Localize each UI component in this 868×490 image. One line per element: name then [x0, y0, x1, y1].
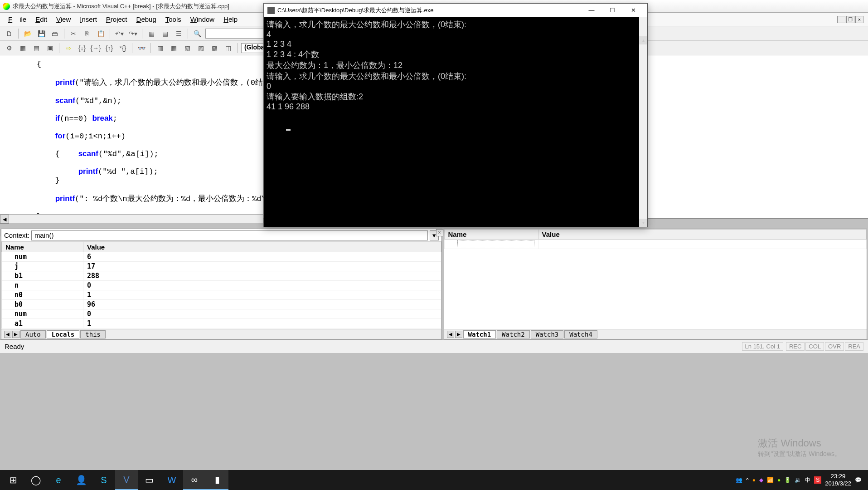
notifications-icon[interactable]: 💬 [855, 477, 862, 483]
tab-watch1[interactable]: Watch1 [463, 330, 496, 338]
output-icon[interactable]: ▤ [160, 28, 170, 39]
taskbar-app-visio[interactable]: V [115, 470, 138, 490]
watch-table[interactable]: NameValue [444, 229, 867, 329]
tab-nav-left-icon[interactable]: ◀ [447, 331, 454, 338]
undo-icon[interactable]: ↶▾ [114, 28, 125, 39]
tray-icon-3[interactable]: ● [777, 477, 781, 483]
ime-indicator[interactable]: 中 [805, 476, 810, 484]
go-icon[interactable]: ⇨ [63, 43, 74, 54]
menu-debug[interactable]: Debug [133, 14, 160, 24]
taskbar-app-console[interactable]: ▮ [206, 470, 228, 490]
menu-file[interactable]: File [5, 14, 30, 24]
scroll-up-icon[interactable]: ▴ [639, 36, 647, 44]
tab-watch4[interactable]: Watch4 [564, 330, 597, 338]
callstack-window-icon[interactable]: ▩ [209, 43, 220, 54]
console-vscroll[interactable]: ▴ ▾ [639, 17, 647, 227]
wifi-icon[interactable]: 📶 [767, 477, 774, 483]
scroll-left-icon[interactable]: ◀ [0, 215, 9, 224]
table-row[interactable]: n0 [2, 281, 441, 290]
context-input[interactable] [31, 230, 428, 240]
taskbar-app-wps[interactable]: W [160, 470, 183, 490]
variables-window-icon[interactable]: ▦ [168, 43, 179, 54]
battery-icon[interactable]: 🔋 [784, 477, 791, 483]
paste-icon[interactable]: 📋 [95, 28, 106, 39]
open-icon[interactable]: 📂 [22, 28, 33, 39]
editor-hscroll[interactable]: ◀ [0, 214, 263, 223]
mdi-minimize-button[interactable]: _ [837, 16, 845, 23]
window-list-icon[interactable]: ☰ [173, 28, 184, 39]
console-titlebar[interactable]: C:\Users\赵茹平\Desktop\Debug\求最大公约数与逆运算.ex… [264, 4, 647, 17]
tab-auto[interactable]: Auto [20, 330, 46, 338]
table-row[interactable]: num6 [2, 252, 441, 262]
table-row[interactable]: a11 [2, 319, 441, 328]
panel-close-icon[interactable]: × [0, 229, 0, 236]
memory-window-icon[interactable]: ▨ [195, 43, 206, 54]
save-all-icon[interactable]: 🗃 [49, 28, 60, 39]
menu-help[interactable]: Help [220, 14, 241, 24]
variables-table[interactable]: NameValue num6j17b1288n0n01b096num0a11 [1, 242, 441, 329]
console-window[interactable]: C:\Users\赵茹平\Desktop\Debug\求最大公约数与逆运算.ex… [263, 3, 648, 227]
table-row[interactable]: j17 [2, 262, 441, 271]
taskbar-app-vc[interactable]: ∞ [183, 470, 206, 490]
compile-icon[interactable]: ⚙ [4, 43, 15, 54]
mdi-restore-button[interactable]: ❐ [846, 16, 854, 23]
people-icon[interactable]: 👥 [736, 477, 742, 483]
disassembly-window-icon[interactable]: ◫ [223, 43, 233, 54]
menu-insert[interactable]: Insert [76, 14, 101, 24]
step-into-icon[interactable]: {↓} [77, 43, 87, 54]
stop-build-icon[interactable]: ▤ [31, 43, 42, 54]
run-to-cursor-icon[interactable]: *{} [117, 43, 128, 54]
cut-icon[interactable]: ✂ [68, 28, 79, 39]
execute-icon[interactable]: ▣ [44, 43, 55, 54]
console-maximize-button[interactable]: ☐ [602, 4, 623, 17]
tab-nav-right-icon[interactable]: ▶ [455, 331, 462, 338]
tab-watch3[interactable]: Watch3 [531, 330, 564, 338]
step-over-icon[interactable]: {→} [90, 43, 101, 54]
find-in-files-icon[interactable]: 🔍 [192, 28, 203, 39]
tab-locals[interactable]: Locals [47, 330, 80, 338]
tab-watch2[interactable]: Watch2 [497, 330, 530, 338]
panel-close-icon[interactable]: × [436, 229, 443, 236]
tray-icon-2[interactable]: ◆ [759, 477, 763, 483]
watch-window-icon[interactable]: ▥ [155, 43, 165, 54]
taskview-icon[interactable]: ▭ [138, 470, 160, 490]
console-minimize-button[interactable]: — [581, 4, 602, 17]
menu-tools[interactable]: Tools [162, 14, 185, 24]
copy-icon[interactable]: ⎘ [82, 28, 92, 39]
taskbar-app-avatar[interactable]: 👤 [70, 470, 92, 490]
tray-icon-1[interactable]: ● [752, 477, 756, 483]
step-out-icon[interactable]: {↑} [104, 43, 115, 54]
table-row[interactable]: n01 [2, 290, 441, 300]
ie-icon[interactable]: e [47, 470, 70, 490]
taskbar[interactable]: ⊞ ◯ e 👤 S V ▭ W ∞ ▮ 👥 ^ ● ◆ 📶 ● 🔋 🔉 中 S … [0, 470, 868, 490]
workspace-icon[interactable]: ▦ [146, 28, 157, 39]
taskbar-app-browser[interactable]: S [92, 470, 115, 490]
start-button[interactable]: ⊞ [2, 470, 24, 490]
table-row[interactable]: b1288 [2, 271, 441, 281]
save-icon[interactable]: 💾 [36, 28, 47, 39]
table-row[interactable]: num0 [2, 309, 441, 319]
new-file-icon[interactable]: 🗋 [4, 28, 15, 39]
system-tray[interactable]: 👥 ^ ● ◆ 📶 ● 🔋 🔉 中 S 23:29 2019/3/22 💬 [736, 473, 866, 487]
quickwatch-icon[interactable]: 👓 [136, 43, 147, 54]
tab-nav-right-icon[interactable]: ▶ [12, 331, 19, 338]
table-row[interactable]: b096 [2, 300, 441, 309]
scroll-down-icon[interactable]: ▾ [639, 219, 647, 227]
menu-view[interactable]: View [53, 14, 74, 24]
console-output[interactable]: 请输入，求几个数的最大公约数和最小公倍数，(0结束): 4 1 2 3 4 1 … [264, 17, 647, 227]
build-icon[interactable]: ▦ [17, 43, 28, 54]
tab-this[interactable]: this [80, 330, 106, 338]
menu-project[interactable]: Project [102, 14, 131, 24]
mdi-close-button[interactable]: × [855, 16, 863, 23]
ime-icon[interactable]: S [814, 476, 821, 484]
volume-icon[interactable]: 🔉 [795, 477, 801, 483]
redo-icon[interactable]: ↷▾ [127, 28, 138, 39]
cortana-icon[interactable]: ◯ [24, 470, 47, 490]
clock[interactable]: 23:29 2019/3/22 [825, 473, 851, 487]
console-close-button[interactable]: ✕ [623, 4, 644, 17]
menu-edit[interactable]: Edit [32, 14, 51, 24]
watch-entry-input[interactable] [457, 240, 534, 248]
menu-window[interactable]: Window [187, 14, 218, 24]
tray-caret-icon[interactable]: ^ [746, 477, 749, 483]
registers-window-icon[interactable]: ▧ [182, 43, 193, 54]
